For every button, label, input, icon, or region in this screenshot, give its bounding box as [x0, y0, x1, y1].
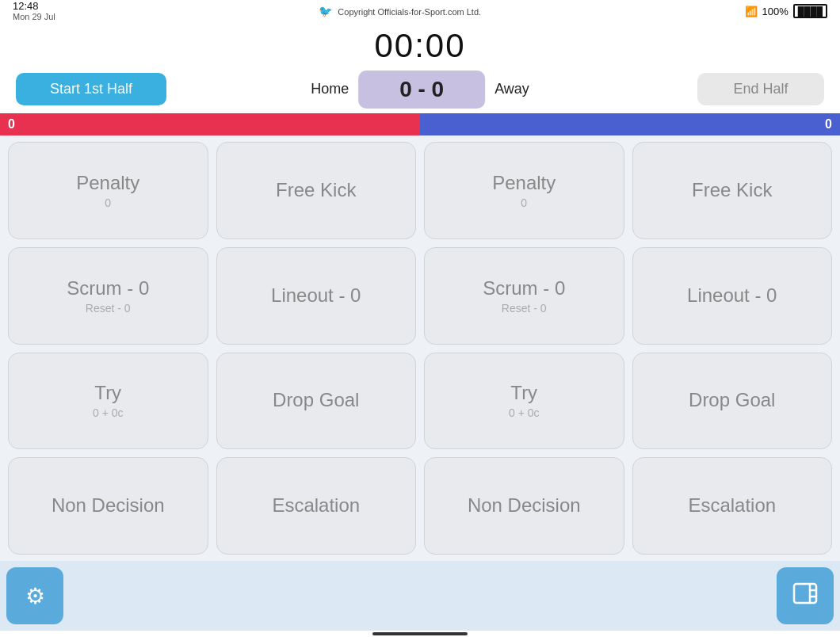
battery-icon: ████	[793, 4, 827, 18]
progress-bar: 0 0	[0, 113, 840, 135]
grid-button-3-2[interactable]: Drop Goal	[216, 353, 417, 450]
away-label: Away	[494, 81, 529, 97]
svg-rect-0	[794, 584, 816, 603]
grid-button-3-1-sub: 0 + 0c	[93, 406, 124, 419]
end-half-button[interactable]: End Half	[697, 73, 824, 105]
score-row: Start 1st Half Home 0 - 0 Away End Half	[0, 67, 840, 113]
grid-button-2-2-main: Lineout - 0	[271, 284, 361, 307]
battery-text: 100%	[762, 6, 788, 17]
grid-button-3-4[interactable]: Drop Goal	[632, 353, 833, 450]
grid-button-1-1[interactable]: Penalty0	[8, 142, 208, 239]
copyright-text: 🐦 Copyright Officials-for-Sport.com Ltd.	[319, 5, 481, 17]
home-indicator-bar	[372, 632, 468, 635]
grid-button-4-4-main: Escalation	[688, 494, 776, 517]
grid-button-2-2[interactable]: Lineout - 0	[216, 247, 417, 345]
grid-button-3-1[interactable]: Try0 + 0c	[8, 353, 208, 450]
progress-home: 0	[0, 113, 420, 135]
grid-button-3-1-main: Try	[94, 382, 121, 405]
grid-button-4-3[interactable]: Non Decision	[424, 457, 624, 555]
grid-button-1-2-main: Free Kick	[276, 179, 356, 202]
grid-button-2-1-sub: Reset - 0	[86, 302, 131, 315]
start-half-button[interactable]: Start 1st Half	[16, 73, 166, 105]
grid-button-2-1[interactable]: Scrum - 0Reset - 0	[8, 247, 208, 345]
header: 00:00	[0, 22, 840, 67]
wifi-icon: 📶	[745, 6, 758, 17]
grid-button-4-1[interactable]: Non Decision	[8, 457, 208, 555]
grid-button-1-2[interactable]: Free Kick	[216, 142, 417, 239]
grid-button-2-3-sub: Reset - 0	[502, 302, 547, 315]
grid-button-4-4[interactable]: Escalation	[632, 457, 833, 555]
grid-button-3-4-main: Drop Goal	[689, 389, 775, 412]
grid-button-3-3-sub: 0 + 0c	[509, 406, 540, 419]
grid-button-4-3-main: Non Decision	[468, 494, 581, 517]
home-indicator	[0, 631, 840, 637]
status-right: 📶 100% ████	[745, 4, 827, 18]
grid-button-4-2-main: Escalation	[272, 494, 360, 517]
app: 12:48 Mon 29 Jul 🐦 Copyright Officials-f…	[0, 0, 840, 637]
main-clock: 00:00	[0, 27, 840, 65]
grid-button-1-1-main: Penalty	[76, 172, 139, 195]
gear-icon: ⚙	[25, 583, 45, 609]
button-grid-wrapper: Penalty0Free KickPenalty0Free KickScrum …	[0, 135, 840, 561]
bottom-bar: ⚙	[0, 561, 840, 631]
settings-button[interactable]: ⚙	[6, 567, 63, 624]
grid-button-2-4-main: Lineout - 0	[687, 284, 777, 307]
button-grid: Penalty0Free KickPenalty0Free KickScrum …	[8, 142, 832, 555]
grid-button-1-4-main: Free Kick	[692, 179, 772, 202]
grid-button-2-1-main: Scrum - 0	[67, 277, 149, 300]
grid-button-2-3[interactable]: Scrum - 0Reset - 0	[424, 247, 624, 345]
grid-button-1-3-main: Penalty	[492, 172, 556, 195]
grid-button-2-3-main: Scrum - 0	[483, 277, 565, 300]
grid-button-1-3-sub: 0	[521, 196, 527, 209]
grid-button-4-2[interactable]: Escalation	[216, 457, 417, 555]
score-center: Home 0 - 0 Away	[311, 71, 529, 109]
grid-button-2-4[interactable]: Lineout - 0	[632, 247, 833, 345]
status-date: Mon 29 Jul	[13, 12, 55, 21]
status-time: 12:48	[13, 1, 55, 12]
home-label: Home	[311, 81, 349, 97]
grid-button-1-4[interactable]: Free Kick	[632, 142, 833, 239]
progress-away: 0	[420, 113, 840, 135]
notes-icon	[792, 582, 818, 610]
grid-button-3-2-main: Drop Goal	[273, 389, 359, 412]
grid-button-1-3[interactable]: Penalty0	[424, 142, 624, 239]
notes-button[interactable]	[777, 567, 834, 624]
score-display: 0 - 0	[358, 71, 485, 109]
grid-button-4-1-main: Non Decision	[52, 494, 165, 517]
grid-button-3-3-main: Try	[510, 382, 537, 405]
status-bar: 12:48 Mon 29 Jul 🐦 Copyright Officials-f…	[0, 0, 840, 22]
grid-button-1-1-sub: 0	[105, 196, 111, 209]
grid-button-3-3[interactable]: Try0 + 0c	[424, 353, 624, 450]
